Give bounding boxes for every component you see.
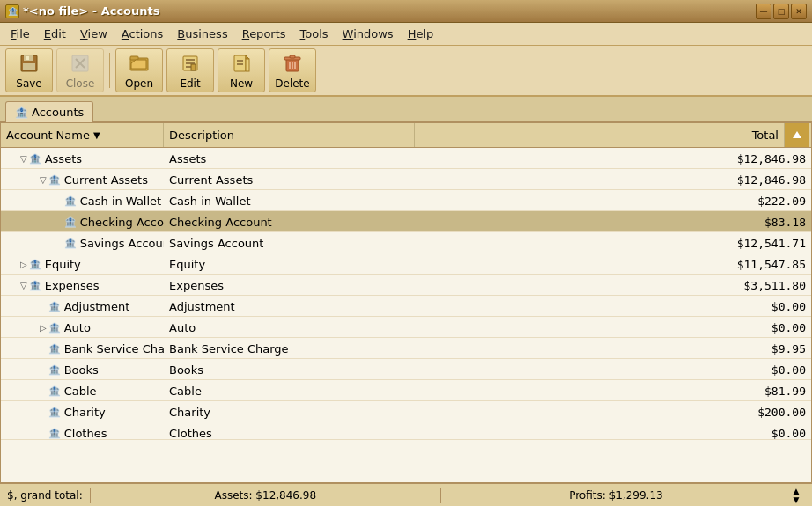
menu-help[interactable]: Help: [401, 25, 441, 43]
menu-business[interactable]: Business: [170, 25, 234, 43]
row-cable[interactable]: ▷ 🏦 Cable Cable $81.99: [1, 380, 811, 401]
toggle-equity[interactable]: ▷: [20, 260, 27, 269]
row-charity[interactable]: ▷ 🏦 Charity Charity $200.00: [1, 401, 811, 422]
row-clothes[interactable]: ▷ 🏦 Clothes Clothes $0.00: [1, 422, 811, 440]
row-cash-wallet[interactable]: ▷ 🏦 Cash in Wallet Cash in Wallet $222.0…: [1, 190, 811, 211]
save-button[interactable]: Save: [5, 48, 53, 92]
account-icon: 🏦: [64, 238, 77, 249]
clothes-name: Clothes: [64, 427, 107, 440]
menu-actions[interactable]: Actions: [114, 25, 171, 43]
col-account-name[interactable]: Account Name ▼: [1, 123, 164, 147]
cell-adjustment-amount: $0.00: [415, 296, 811, 317]
toggle-auto[interactable]: ▷: [40, 323, 47, 333]
svg-marker-25: [793, 131, 801, 138]
menu-view[interactable]: View: [73, 25, 114, 43]
svg-rect-13: [191, 64, 196, 70]
account-icon: 🏦: [48, 343, 61, 355]
new-label: New: [230, 77, 253, 90]
row-checking[interactable]: ▷ 🏦 Checking Accou Checking Account $83.…: [1, 211, 811, 232]
window-icon: 🏦: [5, 4, 19, 18]
adjustment-name: Adjustment: [64, 300, 130, 313]
edit-button[interactable]: Edit: [166, 48, 214, 92]
col-total[interactable]: Total: [415, 123, 785, 147]
row-expenses[interactable]: ▽ 🏦 Expenses Expenses $3,511.80: [1, 275, 811, 296]
cell-equity-desc: Equity: [164, 253, 415, 275]
toggle-expenses[interactable]: ▽: [20, 281, 27, 290]
sort-arrow-icon: ▼: [93, 130, 100, 140]
menu-file[interactable]: File: [4, 25, 37, 43]
cell-charity-amount: $200.00: [415, 401, 811, 422]
status-bar: $, grand total: Assets: $12,846.98 Profi…: [0, 483, 812, 506]
menu-edit[interactable]: Edit: [37, 25, 73, 43]
row-current-assets[interactable]: ▽ 🏦 Current Assets Current Assets $12,84…: [1, 169, 811, 190]
account-icon: 🏦: [29, 259, 41, 270]
equity-name: Equity: [45, 258, 81, 271]
close-button[interactable]: Close: [56, 48, 104, 92]
cell-cable-desc: Cable: [164, 380, 415, 401]
cell-adjustment-name: ▷ 🏦 Adjustment: [1, 296, 164, 317]
menu-tools[interactable]: Tools: [293, 25, 336, 43]
close-icon: [68, 51, 92, 76]
svg-rect-21: [290, 55, 295, 58]
account-icon: 🏦: [48, 428, 61, 439]
toggle-current-assets[interactable]: ▽: [40, 175, 47, 185]
account-icon: 🏦: [48, 407, 61, 418]
accounts-list[interactable]: ▽ 🏦 Assets Assets $12,846.98 ▽ 🏦 Current…: [1, 148, 811, 482]
col-total-label: Total: [752, 128, 779, 142]
delete-button[interactable]: Delete: [269, 48, 316, 92]
toggle-assets[interactable]: ▽: [20, 154, 27, 164]
new-button[interactable]: New: [218, 48, 265, 92]
close-button[interactable]: ✕: [791, 4, 807, 19]
cell-savings-desc: Savings Account: [164, 232, 415, 253]
grand-total-label: $, grand total:: [7, 489, 83, 502]
title-bar-buttons: — □ ✕: [756, 4, 807, 19]
svg-rect-16: [246, 59, 249, 71]
bank-service-name: Bank Service Char: [64, 342, 164, 356]
tab-accounts-label: Accounts: [32, 106, 84, 119]
tab-accounts[interactable]: 🏦 Accounts: [5, 101, 93, 122]
cell-clothes-name: ▷ 🏦 Clothes: [1, 422, 164, 440]
cell-checking-amount: $83.18: [415, 211, 811, 232]
cell-assets-desc: Assets: [164, 148, 415, 169]
expenses-name: Expenses: [45, 279, 100, 292]
cell-equity-name: ▷ 🏦 Equity: [1, 253, 164, 275]
row-auto[interactable]: ▷ 🏦 Auto Auto $0.00: [1, 317, 811, 338]
cell-bank-service-amount: $9.95: [415, 338, 811, 359]
row-adjustment[interactable]: ▷ 🏦 Adjustment Adjustment $0.00: [1, 296, 811, 317]
open-button[interactable]: Open: [115, 48, 163, 92]
cell-charity-name: ▷ 🏦 Charity: [1, 401, 164, 422]
main-area: 🏦 Accounts Account Name ▼ Description To…: [0, 97, 812, 506]
svg-rect-14: [234, 55, 246, 71]
maximize-button[interactable]: □: [773, 4, 789, 19]
auto-name: Auto: [64, 321, 91, 334]
cell-cash-wallet-amount: $222.09: [415, 190, 811, 211]
cash-wallet-name: Cash in Wallet: [80, 194, 161, 208]
tab-accounts-icon: 🏦: [15, 106, 28, 119]
status-scroll-up[interactable]: ▲: [794, 487, 800, 495]
account-icon: 🏦: [48, 385, 61, 397]
current-assets-name: Current Assets: [64, 173, 148, 187]
toolbar-separator-1: [109, 53, 110, 88]
row-bank-service[interactable]: ▷ 🏦 Bank Service Char Bank Service Charg…: [1, 338, 811, 359]
row-equity[interactable]: ▷ 🏦 Equity Equity $11,547.85: [1, 253, 811, 275]
col-description[interactable]: Description: [164, 123, 415, 147]
cell-books-name: ▷ 🏦 Books: [1, 359, 164, 380]
account-icon: 🏦: [48, 174, 61, 186]
cell-clothes-amount: $0.00: [415, 422, 811, 440]
svg-marker-15: [246, 55, 249, 59]
menu-reports[interactable]: Reports: [235, 25, 293, 43]
menu-windows[interactable]: Windows: [336, 25, 401, 43]
row-books[interactable]: ▷ 🏦 Books Books $0.00: [1, 359, 811, 380]
profits-status: Profits: $1,299.13: [448, 489, 784, 502]
cell-checking-name: ▷ 🏦 Checking Accou: [1, 211, 164, 232]
row-savings[interactable]: ▷ 🏦 Savings Accoun Savings Account $12,5…: [1, 232, 811, 253]
status-scroll-down[interactable]: ▼: [794, 495, 800, 504]
sort-button[interactable]: [785, 123, 809, 147]
assets-status: Assets: $12,846.98: [98, 489, 433, 502]
edit-icon: [178, 51, 203, 76]
minimize-button[interactable]: —: [756, 4, 771, 19]
account-icon: 🏦: [64, 216, 77, 228]
books-name: Books: [64, 363, 99, 377]
account-icon: 🏦: [64, 195, 77, 207]
row-assets[interactable]: ▽ 🏦 Assets Assets $12,846.98: [1, 148, 811, 169]
